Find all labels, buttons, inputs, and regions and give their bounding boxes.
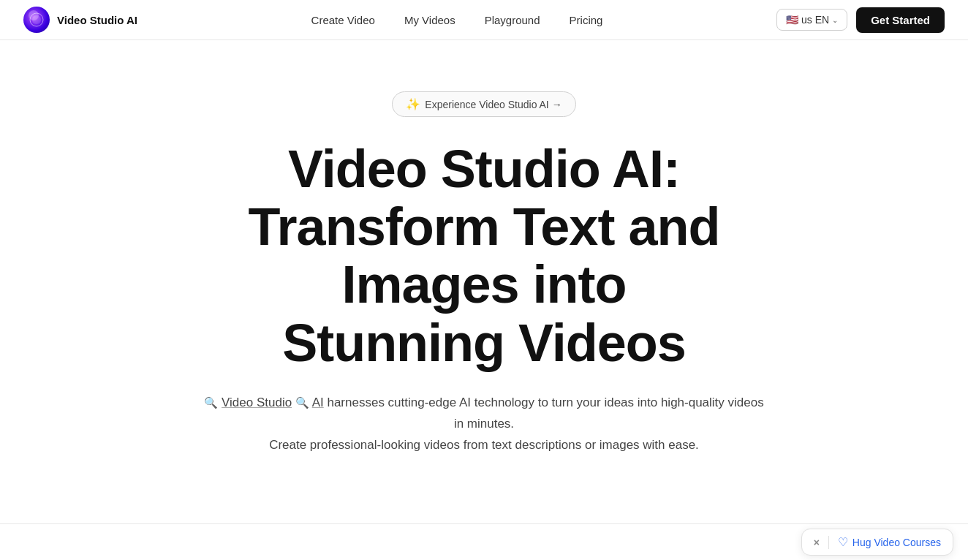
brand-name: Video Studio AI — [57, 14, 137, 26]
navbar-actions: 🇺🇸 us EN ⌄ Get Started — [776, 7, 945, 33]
badge-text: Experience Video Studio AI → — [425, 99, 561, 110]
hug-video-courses-link[interactable]: ♡ Hug Video Courses — [838, 535, 941, 549]
nav-pricing[interactable]: Pricing — [570, 14, 603, 26]
hero-title-line2: Transform Text and Images into — [249, 197, 720, 314]
lang-label: us EN — [801, 14, 829, 26]
flag-icon: 🇺🇸 — [786, 14, 798, 26]
nav-playground[interactable]: Playground — [485, 14, 540, 26]
logo-icon — [23, 7, 50, 33]
nav-links: Create Video My Videos Playground Pricin… — [311, 14, 603, 26]
navbar: Video Studio AI Create Video My Videos P… — [0, 0, 968, 40]
notification-bar: × ♡ Hug Video Courses — [0, 523, 968, 560]
notification-widget: × ♡ Hug Video Courses — [801, 529, 953, 556]
search-icon-1: 🔍 — [204, 396, 218, 409]
search-icon-2: 🔍 — [295, 396, 309, 409]
nav-create-video[interactable]: Create Video — [311, 14, 375, 26]
notification-close-button[interactable]: × — [814, 537, 820, 548]
hero-title-line1: Video Studio AI: — [288, 140, 680, 198]
hero-title-line3: Stunning Videos — [282, 314, 686, 372]
hero-section: ✨ Experience Video Studio AI → Video Stu… — [0, 40, 968, 485]
nav-my-videos[interactable]: My Videos — [404, 14, 455, 26]
sparkle-icon: ✨ — [406, 97, 420, 111]
subtitle-video-studio: Video Studio — [222, 396, 292, 409]
hero-subtitle: 🔍 Video Studio 🔍 AI harnesses cutting-ed… — [199, 393, 769, 456]
subtitle-ai: AI — [312, 396, 324, 409]
experience-badge[interactable]: ✨ Experience Video Studio AI → — [392, 91, 575, 117]
get-started-button[interactable]: Get Started — [856, 7, 945, 33]
brand-container: Video Studio AI — [23, 7, 137, 33]
notification-link-text: Hug Video Courses — [852, 537, 941, 548]
chevron-down-icon: ⌄ — [832, 16, 838, 24]
subtitle-part2: harnesses cutting-edge AI technology to … — [327, 396, 763, 431]
subtitle-line2: Create professional-looking videos from … — [269, 438, 699, 452]
hero-title: Video Studio AI: Transform Text and Imag… — [155, 140, 813, 372]
hug-icon: ♡ — [838, 535, 848, 549]
language-selector[interactable]: 🇺🇸 us EN ⌄ — [776, 9, 847, 31]
notification-divider — [828, 536, 829, 549]
